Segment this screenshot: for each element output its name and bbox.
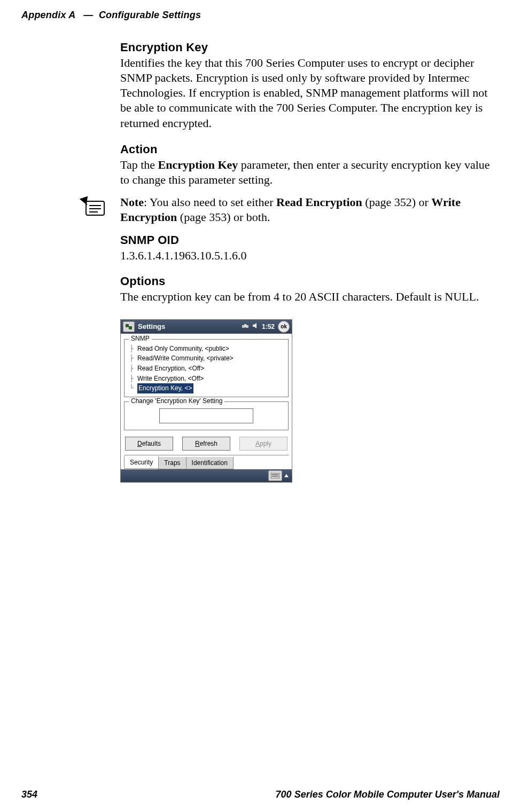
heading-encryption-key: Encryption Key <box>120 41 500 54</box>
heading-options: Options <box>120 274 500 288</box>
snmp-legend: SNMP <box>129 335 152 342</box>
defaults-button[interactable]: Defaults <box>125 437 173 451</box>
note-block: Note: You also need to set either Read E… <box>120 195 500 225</box>
device-body: SNMP ├ Read Only Community, <public> ├ R… <box>121 334 292 469</box>
apply-button: Apply <box>239 437 287 451</box>
connectivity-icon <box>242 322 249 330</box>
note-mid2: (page 353) or both. <box>177 210 270 224</box>
page-content: Encryption Key Identifies the key that t… <box>120 41 500 483</box>
para-options: The encryption key can be from 4 to 20 A… <box>120 289 500 304</box>
change-setting-legend: Change 'Encryption Key' Setting <box>129 397 224 405</box>
defaults-label-rest: efaults <box>142 440 161 447</box>
svg-rect-5 <box>271 473 279 478</box>
running-header: Appendix A — Configurable Settings <box>21 10 500 21</box>
tree-item-read-write-community[interactable]: ├ Read/Write Community, <private> <box>128 353 285 364</box>
device-screenshot: Settings 1:52 ok SNMP ├ Read Only C <box>120 319 292 483</box>
encryption-key-input[interactable] <box>159 408 253 423</box>
hdr-section: Configurable Settings <box>99 10 201 20</box>
para-snmp-oid: 1.3.6.1.4.1.1963.10.5.1.6.0 <box>120 248 500 263</box>
heading-snmp-oid: SNMP OID <box>120 233 500 247</box>
tree-item-encryption-key[interactable]: └ Encryption Key, <> <box>128 383 285 393</box>
note-mid1: (page 352) or <box>362 195 432 209</box>
heading-action: Action <box>120 143 500 156</box>
device-title: Settings <box>138 322 165 330</box>
tree-branch-icon: ├ <box>128 344 135 354</box>
hdr-dash: — <box>83 10 93 20</box>
tree-item-write-encryption[interactable]: ├ Write Encryption, <Off> <box>128 374 285 384</box>
change-setting-groupbox: Change 'Encryption Key' Setting <box>124 401 289 430</box>
refresh-button[interactable]: Refresh <box>182 437 230 451</box>
tree-item-read-only-community[interactable]: ├ Read Only Community, <public> <box>128 344 285 354</box>
tab-traps[interactable]: Traps <box>158 457 186 469</box>
tree-item-label: Read Only Community, <public> <box>137 344 229 354</box>
para-encryption-key: Identifies the key that this 700 Series … <box>120 56 500 131</box>
apply-label-rest: pply <box>260 440 271 447</box>
tree-branch-icon: ├ <box>128 353 135 364</box>
tree-branch-icon: ├ <box>128 364 135 374</box>
note-b1: Read Encryption <box>276 195 362 209</box>
manual-title: 700 Series Color Mobile Computer User's … <box>276 789 500 800</box>
chevron-up-icon[interactable] <box>284 474 289 477</box>
action-pre: Tap the <box>120 158 158 171</box>
note-icon <box>77 196 107 217</box>
tree-branch-icon: └ <box>128 383 135 393</box>
note-pre: : You also need to set either <box>144 195 276 209</box>
device-time: 1:52 <box>262 323 275 330</box>
device-titlebar: Settings 1:52 ok <box>121 320 292 334</box>
sip-keyboard-icon[interactable] <box>268 470 282 481</box>
snmp-groupbox: SNMP ├ Read Only Community, <public> ├ R… <box>124 339 289 397</box>
tree-item-read-encryption[interactable]: ├ Read Encryption, <Off> <box>128 364 285 374</box>
tree-item-label-selected: Encryption Key, <> <box>137 383 193 393</box>
hdr-letter: A <box>68 10 75 20</box>
ok-button[interactable]: ok <box>278 321 290 333</box>
tree-item-label: Read/Write Community, <private> <box>137 353 234 364</box>
speaker-icon <box>252 322 259 330</box>
device-tray: 1:52 ok <box>242 321 290 333</box>
para-note: Note: You also need to set either Read E… <box>120 195 500 225</box>
note-label: Note <box>120 195 144 209</box>
running-footer: 354 700 Series Color Mobile Computer Use… <box>21 789 500 800</box>
tree-branch-icon: ├ <box>128 374 135 384</box>
tab-security[interactable]: Security <box>124 456 159 469</box>
start-flag-icon[interactable] <box>123 321 135 332</box>
tab-identification[interactable]: Identification <box>186 457 234 469</box>
tab-strip: Security Traps Identification <box>124 455 289 469</box>
button-row: Defaults Refresh Apply <box>125 437 287 451</box>
refresh-label-rest: efresh <box>200 440 217 447</box>
action-bold: Encryption Key <box>158 158 238 171</box>
snmp-tree[interactable]: ├ Read Only Community, <public> ├ Read/W… <box>128 344 285 393</box>
tree-item-label: Read Encryption, <Off> <box>137 364 204 374</box>
device-bottombar <box>121 469 292 482</box>
para-action: Tap the Encryption Key parameter, then e… <box>120 157 500 187</box>
tree-item-label: Write Encryption, <Off> <box>137 374 204 384</box>
hdr-appendix: Appendix <box>21 10 66 20</box>
page-number: 354 <box>21 789 37 800</box>
